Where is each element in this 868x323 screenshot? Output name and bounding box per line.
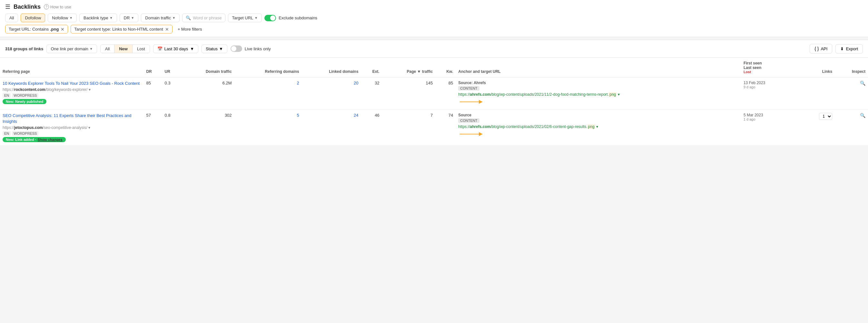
col-anchor: Anchor and target URL xyxy=(456,58,741,77)
inspect-icon[interactable]: 🔍 xyxy=(860,113,865,118)
one-link-per-domain[interactable]: One link per domain ▼ xyxy=(46,44,97,53)
search-icon: 🔍 xyxy=(186,15,191,20)
hamburger-menu[interactable]: ☰ xyxy=(5,3,10,10)
ur-value: 0.8 xyxy=(162,109,181,146)
tab-all[interactable]: All xyxy=(101,45,115,53)
lang-tag: EN xyxy=(3,131,11,136)
anchor-text: Source xyxy=(458,113,738,117)
help-link[interactable]: ? How to use xyxy=(44,4,71,9)
calendar-icon: 📅 xyxy=(157,46,162,51)
status-filter[interactable]: Status ▼ xyxy=(202,44,227,53)
exclude-subdomains-label: Exclude subdomains xyxy=(279,15,317,20)
anchor-text: Source: Ahrefs xyxy=(458,80,738,85)
domain-traffic-caret: ▼ xyxy=(172,16,176,20)
filter-domain-traffic[interactable]: Domain traffic ▼ xyxy=(141,13,180,22)
col-domain-traffic: Domain traffic xyxy=(181,58,235,77)
table-row: 10 Keywords Explorer Tools To Nail Your … xyxy=(0,77,868,109)
inspect-cell[interactable]: 🔍 xyxy=(835,77,868,109)
live-links-toggle-group: Live links only xyxy=(230,45,271,52)
live-links-label: Live links only xyxy=(245,46,271,51)
filter-nofollow[interactable]: Nofollow ▼ xyxy=(48,13,77,22)
domain-traffic-value: 302 xyxy=(181,109,235,146)
backlink-type-caret: ▼ xyxy=(110,16,113,20)
backlinks-table: Referring page DR UR Domain traffic Refe… xyxy=(0,58,868,146)
word-or-phrase-input[interactable]: 🔍 Word or phrase xyxy=(182,13,225,22)
filter-all[interactable]: All xyxy=(5,13,18,22)
ext-value: 32 xyxy=(361,77,382,109)
active-filter-content-type: Target content type: Links to Non-HTML c… xyxy=(71,25,173,34)
orange-arrow xyxy=(458,131,738,138)
export-button[interactable]: ⬇ Export xyxy=(835,44,863,54)
linked-domains-value[interactable]: 24 xyxy=(302,109,361,146)
live-links-toggle[interactable] xyxy=(230,45,242,52)
referring-page-cell: SEO Competitive Analysis: 11 Experts Sha… xyxy=(0,109,144,146)
inspect-icon[interactable]: 🔍 xyxy=(860,80,865,86)
col-referring-domains: Referring domains xyxy=(235,58,302,77)
links-select[interactable]: 1 xyxy=(819,113,832,120)
referring-page-url: https://rockcontent.com/blog/keywords-ex… xyxy=(3,87,91,92)
new-lost-tabs: All New Lost xyxy=(100,44,150,53)
ext-value: 46 xyxy=(361,109,382,146)
remove-filter-1[interactable]: ✕ xyxy=(61,27,64,32)
referring-page-cell: 10 Keywords Explorer Tools To Nail Your … xyxy=(0,77,144,109)
more-filters-button[interactable]: + More filters xyxy=(175,26,205,33)
filter-dr[interactable]: DR ▼ xyxy=(120,13,138,22)
tab-new[interactable]: New xyxy=(115,45,132,53)
col-ur: UR xyxy=(162,58,181,77)
col-dr: DR xyxy=(144,58,162,77)
export-icon: ⬇ xyxy=(840,46,844,51)
lang-tags: ENWORDPRESS xyxy=(3,93,141,98)
last-seen: 9 d ago xyxy=(744,85,799,89)
inspect-cell[interactable]: 🔍 xyxy=(835,109,868,146)
referring-page-link[interactable]: 10 Keywords Explorer Tools To Nail Your … xyxy=(3,80,141,86)
anchor-cell: SourceCONTENThttps://ahrefs.com/blog/wp-… xyxy=(456,109,741,146)
new-badge: New: Newly published xyxy=(3,99,46,104)
active-filter-target-url: Target URL: Contains .png ✕ xyxy=(5,25,68,34)
col-ext: Ext. xyxy=(361,58,382,77)
col-page-traffic: Page ▼ traffic xyxy=(382,58,435,77)
nofollow-caret: ▼ xyxy=(69,16,72,20)
anchor-cell: Source: AhrefsCONTENThttps://ahrefs.com/… xyxy=(456,77,741,109)
png-highlight: png xyxy=(587,124,595,129)
lang-tags: ENWORDPRESS xyxy=(3,131,141,136)
filter-backlink-type[interactable]: Backlink type ▼ xyxy=(79,13,117,22)
content-badge: CONTENT xyxy=(458,118,479,123)
col-links: Links xyxy=(802,58,835,77)
tab-lost[interactable]: Lost xyxy=(132,45,150,53)
first-last-seen-cell: 13 Feb 20239 d ago xyxy=(741,77,802,109)
referring-domains-value[interactable]: 5 xyxy=(235,109,302,146)
last-seen: 1 d ago xyxy=(744,117,799,121)
table-row: SEO Competitive Analysis: 11 Experts Sha… xyxy=(0,109,868,146)
filter-dofollow[interactable]: Dofollow xyxy=(21,13,45,22)
col-referring-page: Referring page xyxy=(0,58,144,77)
target-url[interactable]: https://ahrefs.com/blog/wp-content/uploa… xyxy=(458,92,738,97)
referring-domains-value[interactable]: 2 xyxy=(235,77,302,109)
show-changes-link[interactable]: Show changes xyxy=(38,138,63,141)
orange-arrow xyxy=(458,99,738,106)
cms-tag: WORDPRESS xyxy=(12,93,38,98)
referring-page-link[interactable]: SEO Competitive Analysis: 11 Experts Sha… xyxy=(3,113,141,124)
new-badge: New: Link added · Show changes xyxy=(3,137,66,142)
col-inspect: Inspect xyxy=(835,58,868,77)
target-url[interactable]: https://ahrefs.com/blog/wp-content/uploa… xyxy=(458,124,738,130)
date-filter[interactable]: 📅 Last 30 days ▼ xyxy=(153,44,198,53)
groups-count: 318 groups of links xyxy=(5,46,43,51)
first-seen: 13 Feb 2023 xyxy=(744,80,799,85)
api-icon: { } xyxy=(814,46,819,51)
content-badge: CONTENT xyxy=(458,86,479,91)
lang-tag: EN xyxy=(3,93,11,98)
target-url-caret: ▼ xyxy=(254,16,258,20)
links-cell[interactable]: 1 xyxy=(802,109,835,146)
remove-filter-2[interactable]: ✕ xyxy=(165,27,169,32)
api-button[interactable]: { } API xyxy=(810,44,832,54)
ur-value: 0.3 xyxy=(162,77,181,109)
first-last-seen-cell: 5 Mar 20231 d ago xyxy=(741,109,802,146)
filter-target-url[interactable]: Target URL ▼ xyxy=(228,13,262,22)
first-seen: 5 Mar 2023 xyxy=(744,113,799,117)
exclude-subdomains-toggle[interactable] xyxy=(265,15,276,21)
referring-page-url: https://jetoctopus.com/seo-competitive-a… xyxy=(3,125,90,130)
linked-domains-value[interactable]: 20 xyxy=(302,77,361,109)
dr-value: 57 xyxy=(144,109,162,146)
dr-caret: ▼ xyxy=(131,16,134,20)
cms-tag: WORDPRESS xyxy=(12,131,38,136)
